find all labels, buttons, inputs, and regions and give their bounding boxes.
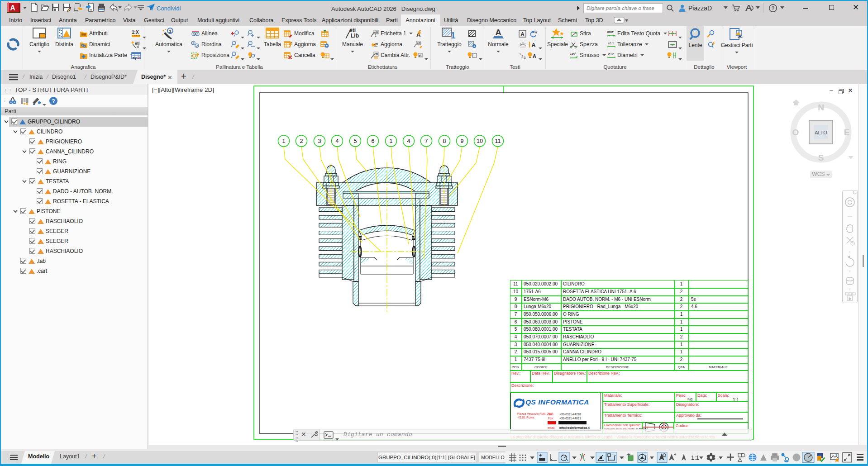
svg-text:1:X: 1:X (132, 30, 139, 35)
svg-text:N: N (818, 103, 824, 112)
svg-text:1: 1 (375, 34, 377, 37)
svg-text:1: 1 (450, 30, 455, 39)
svg-text:eti: eti (374, 31, 378, 34)
svg-text:ALTO: ALTO (815, 130, 827, 135)
svg-text:1: 1 (192, 42, 194, 45)
svg-text:1: 1 (291, 42, 293, 45)
svg-text:C: C (524, 43, 526, 46)
svg-text:x45°: x45° (570, 52, 576, 56)
svg-text:Ø12: Ø12 (608, 52, 614, 56)
svg-text:eti: eti (417, 42, 420, 45)
svg-text:Lib: Lib (351, 33, 359, 39)
svg-text:6: 6 (372, 138, 375, 144)
svg-text:7: 7 (425, 138, 428, 144)
svg-text:1: 1 (169, 29, 171, 33)
svg-text:1:1: 1:1 (691, 454, 699, 461)
svg-text:A: A (521, 31, 525, 37)
svg-text:1: 1 (282, 138, 286, 144)
svg-text:eti: eti (374, 43, 378, 46)
svg-text:A: A (535, 31, 537, 34)
svg-text:A: A (495, 28, 501, 37)
svg-text:10: 10 (477, 138, 483, 144)
svg-text:eti: eti (374, 52, 378, 56)
svg-text:?: ? (772, 5, 775, 11)
svg-text:9: 9 (461, 138, 464, 144)
svg-text:8: 8 (443, 138, 446, 144)
svg-text:O: O (792, 128, 799, 137)
svg-text:EDIT: EDIT (607, 31, 614, 33)
svg-text:±0.1: ±0.1 (608, 42, 614, 45)
svg-text:1: 1 (390, 138, 393, 144)
svg-text:3: 3 (524, 56, 526, 59)
svg-text:-2: -2 (137, 56, 140, 60)
svg-text:A: A (531, 42, 536, 48)
svg-text:?: ? (52, 98, 55, 105)
svg-text:2: 2 (196, 44, 198, 48)
svg-text:A: A (533, 53, 536, 59)
svg-text:0: 0 (196, 33, 198, 36)
svg-text:2: 2 (300, 138, 303, 144)
svg-text:0: 0 (193, 33, 195, 36)
svg-text:x: x (672, 43, 673, 46)
svg-text:4: 4 (407, 138, 410, 144)
svg-text:4: 4 (336, 138, 339, 144)
svg-text:et: et (419, 54, 422, 57)
svg-text:S: S (818, 153, 824, 162)
svg-text:3: 3 (318, 138, 321, 144)
svg-text:11: 11 (495, 138, 501, 144)
svg-text:5: 5 (354, 138, 357, 144)
svg-text:E: E (844, 128, 850, 137)
svg-text:B: B (522, 42, 524, 45)
svg-text:A: A (10, 4, 15, 12)
